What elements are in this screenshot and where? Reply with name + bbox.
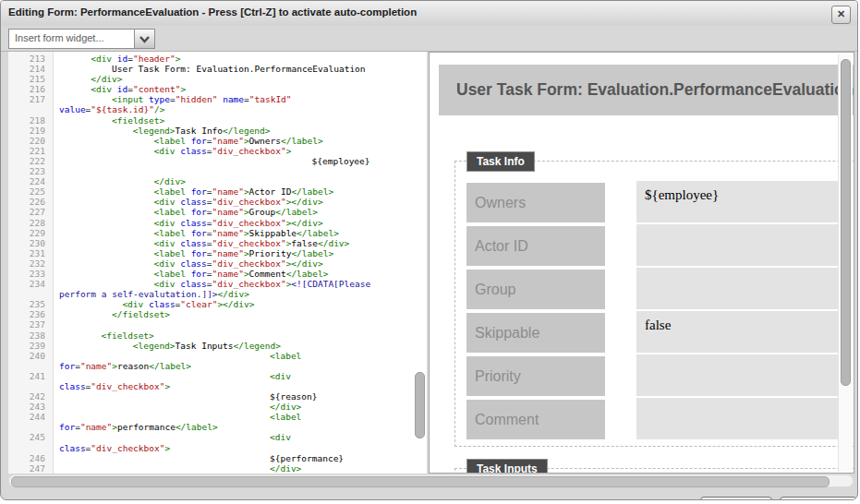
code-line: 232<div class="div_checkbox"></div> xyxy=(8,258,427,269)
line-number: 226 xyxy=(8,197,54,207)
line-number: 240 xyxy=(8,351,54,361)
title-bar: Editing Form: PerformanceEvaluation - Pr… xyxy=(1,1,857,27)
code-line: for="name">performance</label> xyxy=(8,422,427,432)
line-number: 220 xyxy=(8,136,54,146)
code-line: 240<label xyxy=(8,351,427,361)
line-number: 245 xyxy=(8,432,54,442)
code-line: 241<div xyxy=(8,371,427,381)
horizontal-scrollbar[interactable] xyxy=(8,474,854,487)
line-number: 230 xyxy=(8,238,54,248)
fieldset-task-info: Task Info Owners${employee}Actor IDGroup… xyxy=(454,161,854,447)
preview-header-banner: User Task Form: Evaluation.PerformanceEv… xyxy=(439,65,854,115)
code-line: 216<div id="content"> xyxy=(8,84,427,94)
line-number: 238 xyxy=(8,330,54,341)
page: Editing Form: PerformanceEvaluation - Pr… xyxy=(0,0,860,504)
line-number: 233 xyxy=(8,269,54,279)
code-line: 214User Task Form: Evaluation.Performanc… xyxy=(8,64,427,74)
insert-widget-dropdown[interactable]: Insert form widget... xyxy=(8,29,155,49)
line-number: 229 xyxy=(8,228,54,238)
code-line: 219<legend>Task Info</legend> xyxy=(8,126,427,136)
code-line: 237 xyxy=(8,319,427,330)
code-line: 238<fieldset> xyxy=(8,330,427,341)
form-preview-pane: User Task Form: Evaluation.PerformanceEv… xyxy=(429,52,854,474)
line-number: 217 xyxy=(8,94,54,104)
footer-button-right[interactable] xyxy=(780,497,857,500)
line-number: 214 xyxy=(8,64,54,74)
line-number: 232 xyxy=(8,258,54,269)
line-number: 227 xyxy=(8,207,54,217)
fieldset-task-inputs: Task Inputs xyxy=(454,468,854,474)
form-row-label: Skippable xyxy=(466,313,605,353)
line-number: 231 xyxy=(8,248,54,258)
form-row-label: Group xyxy=(466,270,605,309)
line-number: 239 xyxy=(8,341,54,351)
line-number: 234 xyxy=(8,279,54,289)
preview-vertical-scrollbar[interactable] xyxy=(838,54,853,472)
code-line: perform a self-evalutation.]]></div> xyxy=(8,289,427,299)
code-line: value="${task.id}"/> xyxy=(8,104,427,114)
line-number: 221 xyxy=(8,146,54,156)
code-line: 236</fieldset> xyxy=(8,309,427,319)
line-number: 246 xyxy=(8,453,54,463)
code-line: 224</div> xyxy=(8,176,427,186)
dropdown-selected-value: Insert form widget... xyxy=(15,32,104,43)
editor-vertical-scrollbar-thumb[interactable] xyxy=(415,372,425,438)
preview-header-text: User Task Form: Evaluation.PerformanceEv… xyxy=(456,80,854,100)
code-line: class="div_checkbox"> xyxy=(8,443,427,453)
line-number: 216 xyxy=(8,84,54,94)
dialog-title: Editing Form: PerformanceEvaluation - Pr… xyxy=(8,6,417,18)
line-number: 244 xyxy=(8,412,54,422)
form-row-value xyxy=(636,268,843,309)
fieldset-legend: Task Inputs xyxy=(466,459,548,474)
line-number: 223 xyxy=(8,166,54,176)
code-line: 231<label for="name">Priority</label> xyxy=(8,248,427,258)
code-line: 225<label for="name">Actor ID</label> xyxy=(8,186,427,197)
form-row-value xyxy=(636,224,843,266)
form-row-value xyxy=(636,354,843,396)
code-line: 242${reason} xyxy=(8,391,427,402)
code-line: 223 xyxy=(8,166,427,176)
line-number: 235 xyxy=(8,299,54,309)
horizontal-scrollbar-thumb[interactable] xyxy=(11,476,830,487)
line-number: 222 xyxy=(8,156,54,166)
code-line: 243</div> xyxy=(8,402,427,412)
close-icon: ✕ xyxy=(837,8,845,19)
dropdown-arrow-button[interactable] xyxy=(134,30,154,48)
chevron-down-icon xyxy=(139,36,150,43)
code-line: class="div_checkbox"> xyxy=(8,381,427,391)
footer-button-left[interactable] xyxy=(700,497,772,500)
line-number: 213 xyxy=(8,54,54,64)
code-line: 220<label for="name">Owners</label> xyxy=(8,136,427,146)
line-number: 228 xyxy=(8,218,54,228)
line-number: 237 xyxy=(8,319,54,330)
editing-form-dialog: Editing Form: PerformanceEvaluation - Pr… xyxy=(0,0,858,500)
code-line: 227<label for="name">Group</label> xyxy=(8,207,427,217)
code-line: 235<div class="clear"></div> xyxy=(8,299,427,309)
form-row-value xyxy=(636,398,843,439)
form-row-label: Owners xyxy=(466,183,605,222)
preview-vertical-scrollbar-thumb[interactable] xyxy=(841,59,851,386)
line-number: 225 xyxy=(8,186,54,197)
line-number: 242 xyxy=(8,391,54,402)
code-editor[interactable]: 213<div id="header">214User Task Form: E… xyxy=(8,52,427,474)
code-lines: 213<div id="header">214User Task Form: E… xyxy=(8,54,427,474)
code-line: 244<label xyxy=(8,412,427,422)
form-row-value: false xyxy=(636,311,843,353)
code-line: 226<div class="div_checkbox"></div> xyxy=(8,197,427,207)
line-number: 219 xyxy=(8,126,54,136)
code-line: 233<label for="name">Comment</label> xyxy=(8,269,427,279)
fieldset-legend: Task Info xyxy=(466,151,535,172)
code-line: 234<div class="div_checkbox"><![CDATA[Pl… xyxy=(8,279,427,289)
line-number: 236 xyxy=(8,309,54,319)
code-line: 222${employee} xyxy=(8,156,427,166)
line-number: 243 xyxy=(8,402,54,412)
close-button[interactable]: ✕ xyxy=(831,6,851,24)
code-line: 215</div> xyxy=(8,74,427,84)
code-line: 221<div class="div_checkbox"> xyxy=(8,146,427,156)
line-number: 247 xyxy=(8,463,54,474)
form-row-label: Actor ID xyxy=(466,226,605,266)
line-number: 224 xyxy=(8,176,54,186)
form-row-label: Comment xyxy=(466,400,605,439)
code-line: 246${performance} xyxy=(8,453,427,463)
line-number: 241 xyxy=(8,371,54,381)
